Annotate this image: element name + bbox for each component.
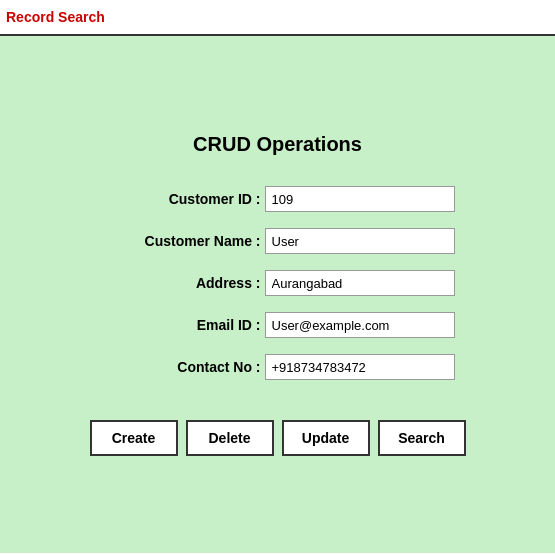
form-rows: Customer ID :Customer Name :Address :Ema…	[101, 186, 455, 396]
update-button[interactable]: Update	[282, 420, 370, 456]
input-customer-id[interactable]	[265, 186, 455, 212]
form-row-address: Address :	[101, 270, 455, 296]
input-address[interactable]	[265, 270, 455, 296]
page-title: Record Search	[6, 9, 105, 25]
main-content: CRUD Operations Customer ID :Customer Na…	[0, 36, 555, 553]
delete-button[interactable]: Delete	[186, 420, 274, 456]
label-customer-id: Customer ID :	[101, 191, 261, 207]
button-row: CreateDeleteUpdateSearch	[90, 420, 466, 456]
label-contact-no: Contact No :	[101, 359, 261, 375]
form-container: CRUD Operations Customer ID :Customer Na…	[38, 133, 518, 456]
search-button[interactable]: Search	[378, 420, 466, 456]
input-email-id[interactable]	[265, 312, 455, 338]
form-row-customer-name: Customer Name :	[101, 228, 455, 254]
form-row-email-id: Email ID :	[101, 312, 455, 338]
create-button[interactable]: Create	[90, 420, 178, 456]
input-contact-no[interactable]	[265, 354, 455, 380]
form-heading: CRUD Operations	[193, 133, 362, 156]
label-customer-name: Customer Name :	[101, 233, 261, 249]
input-customer-name[interactable]	[265, 228, 455, 254]
form-row-customer-id: Customer ID :	[101, 186, 455, 212]
form-row-contact-no: Contact No :	[101, 354, 455, 380]
header-bar: Record Search	[0, 0, 555, 36]
label-address: Address :	[101, 275, 261, 291]
label-email-id: Email ID :	[101, 317, 261, 333]
